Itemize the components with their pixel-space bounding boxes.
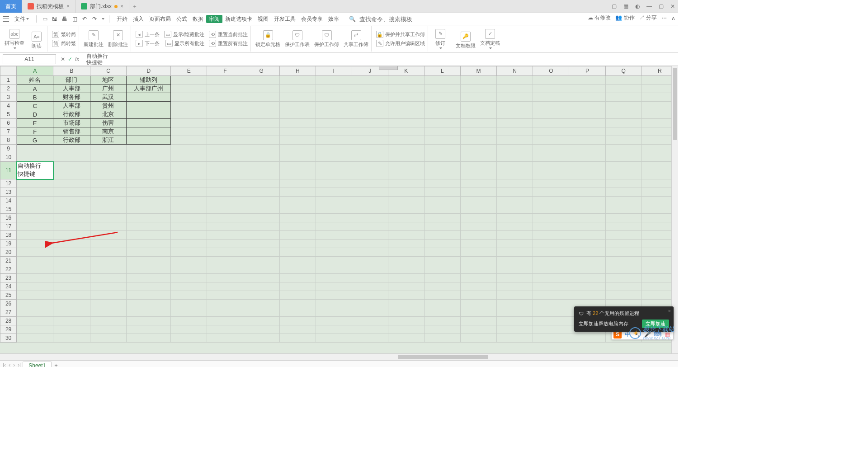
cell-N14[interactable]	[497, 197, 533, 205]
cell-N24[interactable]	[497, 282, 533, 291]
cell-D19[interactable]	[127, 240, 171, 248]
cell-Q7[interactable]	[605, 127, 642, 136]
cell-Q3[interactable]	[605, 93, 642, 102]
cell-I2[interactable]	[316, 85, 352, 93]
cell-D11[interactable]	[127, 162, 171, 179]
cell-L21[interactable]	[424, 257, 460, 265]
cell-G28[interactable]	[243, 317, 279, 325]
cell-E18[interactable]	[171, 231, 207, 240]
row-header-7[interactable]: 7	[0, 127, 17, 136]
cell-P25[interactable]	[569, 291, 605, 300]
cell-K16[interactable]	[388, 214, 424, 222]
cell-M27[interactable]	[460, 308, 496, 317]
cell-N21[interactable]	[497, 257, 533, 265]
cell-H16[interactable]	[279, 214, 316, 222]
cell-C29[interactable]	[90, 325, 127, 334]
cell-I27[interactable]	[316, 308, 352, 317]
cell-F18[interactable]	[207, 231, 243, 240]
cell-A12[interactable]	[17, 179, 53, 188]
cell-H5[interactable]	[279, 110, 316, 119]
row-header-26[interactable]: 26	[0, 300, 17, 308]
maximize-icon[interactable]: ▢	[657, 3, 665, 10]
cell-H17[interactable]	[279, 222, 316, 231]
cell-Q21[interactable]	[605, 257, 642, 265]
cell-F28[interactable]	[207, 317, 243, 325]
cell-F30[interactable]	[207, 334, 243, 343]
cell-Q20[interactable]	[605, 248, 642, 257]
cell-C4[interactable]: 贵州	[90, 102, 127, 110]
cell-J8[interactable]	[352, 136, 388, 145]
protect-workbook-button[interactable]: 🛡保护工作簿	[314, 30, 339, 48]
cell-C9[interactable]	[90, 145, 127, 153]
cell-O19[interactable]	[533, 240, 569, 248]
cell-M19[interactable]	[460, 240, 496, 248]
row-header-28[interactable]: 28	[0, 317, 17, 325]
cell-A1[interactable]: 姓名	[17, 76, 53, 85]
cell-N20[interactable]	[497, 248, 533, 257]
cell-I14[interactable]	[316, 197, 352, 205]
cell-D6[interactable]	[127, 119, 171, 127]
cell-G4[interactable]	[243, 102, 279, 110]
cell-L12[interactable]	[424, 179, 460, 188]
cell-I16[interactable]	[316, 214, 352, 222]
cell-C18[interactable]	[90, 231, 127, 240]
col-header-F[interactable]: F	[207, 66, 243, 76]
cell-B14[interactable]	[53, 197, 90, 205]
spellcheck-button[interactable]: abc拼写检查	[5, 29, 24, 49]
cell-N28[interactable]	[497, 317, 533, 325]
cell-A30[interactable]	[17, 334, 53, 343]
cell-M22[interactable]	[460, 265, 496, 274]
row-header-19[interactable]: 19	[0, 240, 17, 248]
cell-A15[interactable]	[17, 205, 53, 214]
cell-H18[interactable]	[279, 231, 316, 240]
menu-公式[interactable]: 公式	[174, 15, 190, 23]
cell-K8[interactable]	[388, 136, 424, 145]
menu-页面布局[interactable]: 页面布局	[146, 15, 174, 23]
cell-I1[interactable]	[316, 76, 352, 85]
cell-B22[interactable]	[53, 265, 90, 274]
sheet-nav-first-icon[interactable]: |‹	[3, 362, 6, 367]
cell-J1[interactable]	[352, 76, 388, 85]
cell-Q4[interactable]	[605, 102, 642, 110]
cell-I25[interactable]	[316, 291, 352, 300]
cell-F13[interactable]	[207, 188, 243, 197]
share-workbook-button[interactable]: ⇄共享工作簿	[344, 30, 368, 48]
cell-K12[interactable]	[388, 179, 424, 188]
cell-M25[interactable]	[460, 291, 496, 300]
cell-N19[interactable]	[497, 240, 533, 248]
cell-O14[interactable]	[533, 197, 569, 205]
cell-O4[interactable]	[533, 102, 569, 110]
row-header-27[interactable]: 27	[0, 308, 17, 317]
cell-E24[interactable]	[171, 282, 207, 291]
cell-H20[interactable]	[279, 248, 316, 257]
cell-A6[interactable]: E	[17, 119, 53, 127]
cell-P2[interactable]	[569, 85, 605, 93]
apps-icon[interactable]: ▦	[622, 3, 629, 10]
cell-E9[interactable]	[171, 145, 207, 153]
cell-L30[interactable]	[424, 334, 460, 343]
cell-B27[interactable]	[53, 308, 90, 317]
cell-M30[interactable]	[460, 334, 496, 343]
cell-K25[interactable]	[388, 291, 424, 300]
cell-H29[interactable]	[279, 325, 316, 334]
cell-G19[interactable]	[243, 240, 279, 248]
cell-K2[interactable]	[388, 85, 424, 93]
cell-Q14[interactable]	[605, 197, 642, 205]
doc-finalize-button[interactable]: ✓文档定稿	[480, 29, 500, 49]
cell-P4[interactable]	[569, 102, 605, 110]
cell-P8[interactable]	[569, 136, 605, 145]
cell-E10[interactable]	[171, 153, 207, 162]
cell-O24[interactable]	[533, 282, 569, 291]
cell-I13[interactable]	[316, 188, 352, 197]
cell-P14[interactable]	[569, 197, 605, 205]
cell-E15[interactable]	[171, 205, 207, 214]
cell-G5[interactable]	[243, 110, 279, 119]
tab-template[interactable]: 找稻壳模板 ×	[22, 0, 75, 13]
cell-D29[interactable]	[127, 325, 171, 334]
cell-B13[interactable]	[53, 188, 90, 197]
cell-L5[interactable]	[424, 110, 460, 119]
cell-C11[interactable]	[90, 162, 127, 179]
cell-D14[interactable]	[127, 197, 171, 205]
cell-G25[interactable]	[243, 291, 279, 300]
cell-C5[interactable]: 北京	[90, 110, 127, 119]
